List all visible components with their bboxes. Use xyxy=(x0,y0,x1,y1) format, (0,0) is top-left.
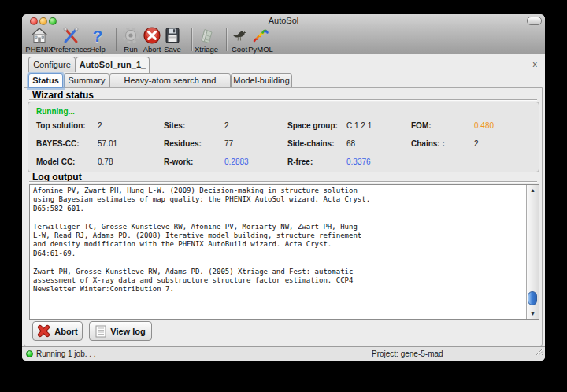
document-icon xyxy=(95,325,106,338)
toolbar-label: Help xyxy=(82,45,113,54)
tab-configure[interactable]: Configure xyxy=(28,57,76,72)
field-value: 77 xyxy=(224,139,233,148)
scroll-up-icon[interactable]: ▲ xyxy=(527,185,539,195)
field-label: Sites: xyxy=(164,121,185,130)
toolbar-button-pymol[interactable]: PyMOL xyxy=(245,25,276,54)
field-label: Model CC: xyxy=(36,157,75,166)
crystal-icon xyxy=(184,25,228,45)
field-label: Chains: : xyxy=(411,139,445,148)
toolbar-label: PyMOL xyxy=(245,45,276,54)
field-label: BAYES-CC: xyxy=(36,139,80,148)
abort-button-label: Abort xyxy=(54,327,77,336)
scrollbar-thumb[interactable] xyxy=(528,291,537,305)
field-value: 2 xyxy=(98,121,102,130)
log-output-area[interactable]: Afonine PV, Zwart PH, Hung L-W. (2009) D… xyxy=(29,184,539,320)
tab-heavy-atom-search[interactable]: Heavy-atom search and phasing xyxy=(109,73,231,88)
window-title: AutoSol xyxy=(22,16,545,25)
field-value: 68 xyxy=(346,139,355,148)
log-scrollbar[interactable]: ▲ ▼ xyxy=(526,185,539,319)
field-value: 57.01 xyxy=(98,139,117,148)
tab-status[interactable]: Status xyxy=(28,73,63,88)
field-value: 0.78 xyxy=(98,157,113,166)
tab-label: Status xyxy=(32,76,59,85)
running-status-text: Running... xyxy=(36,107,75,116)
log-text: Afonine PV, Zwart PH, Hung L-W. (2009) D… xyxy=(30,185,539,296)
field-label: R-free: xyxy=(287,157,313,166)
tab-summary[interactable]: Summary xyxy=(64,73,109,88)
field-label: FOM: xyxy=(411,121,432,130)
toolbar-label: Save xyxy=(159,45,186,54)
field-value: 2 xyxy=(474,139,479,148)
close-tab-icon[interactable]: x xyxy=(533,59,538,68)
tab-autosol-run-1[interactable]: AutoSol_run_1_ xyxy=(76,57,150,73)
field-label: Side-chains: xyxy=(287,139,334,148)
toolbar-label: Xtriage xyxy=(184,45,228,54)
field-label: Residues: xyxy=(164,139,202,148)
heading-rule xyxy=(29,99,537,101)
status-bar: Running 1 job. . . Project: gene-5-mad xyxy=(22,346,545,361)
field-label: R-work: xyxy=(164,157,193,166)
abort-x-icon xyxy=(37,324,50,338)
toolbar-toggle-button[interactable] xyxy=(527,17,542,25)
field-label: Top solution: xyxy=(36,121,86,130)
toolbar-button-help[interactable]: ? Help xyxy=(82,25,113,54)
field-value: 0.2883 xyxy=(224,157,249,166)
question-icon: ? xyxy=(82,25,113,45)
view-log-button[interactable]: View log xyxy=(89,321,152,341)
tab-label: Configure xyxy=(33,60,71,69)
field-label: Space group: xyxy=(287,121,338,130)
wizard-row: Top solution: 2 Sites: 2 Space group: C … xyxy=(28,121,539,132)
tab-label: Model-building xyxy=(233,76,290,85)
status-page: Wizard status Running... Top solution: 2… xyxy=(24,87,543,346)
field-value: 0.480 xyxy=(474,121,494,130)
toolbar-button-save[interactable]: Save xyxy=(159,25,186,54)
abort-button[interactable]: Abort xyxy=(32,321,83,341)
title-bar: AutoSol PHENIX xyxy=(22,14,545,54)
resize-grip[interactable] xyxy=(535,345,543,359)
autosol-window: AutoSol PHENIX xyxy=(22,14,545,361)
tab-label: Summary xyxy=(68,76,105,85)
toolbar-button-xtriage[interactable]: Xtriage xyxy=(184,25,228,54)
wizard-row: BAYES-CC: 57.01 Residues: 77 Side-chains… xyxy=(28,139,539,150)
wizard-row: Model CC: 0.78 R-work: 0.2883 R-free: 0.… xyxy=(28,157,539,168)
status-bar-message: Running 1 job. . . xyxy=(36,349,96,358)
heading-rule xyxy=(29,181,537,183)
scroll-down-icon[interactable]: ▼ xyxy=(527,309,539,319)
field-value: 0.3376 xyxy=(346,157,371,166)
running-led-icon xyxy=(26,350,33,357)
field-value: C 1 2 1 xyxy=(346,121,372,130)
ribbon-icon xyxy=(245,25,276,45)
view-log-button-label: View log xyxy=(110,327,145,336)
tab-model-building[interactable]: Model-building xyxy=(231,73,292,88)
project-label: Project: gene-5-mad xyxy=(372,349,443,358)
tab-label: AutoSol_run_1_ xyxy=(80,60,146,69)
field-value: 2 xyxy=(224,121,229,130)
wizard-status-panel: Running... Top solution: 2 Sites: 2 Spac… xyxy=(28,102,539,172)
floppy-icon xyxy=(159,25,186,45)
